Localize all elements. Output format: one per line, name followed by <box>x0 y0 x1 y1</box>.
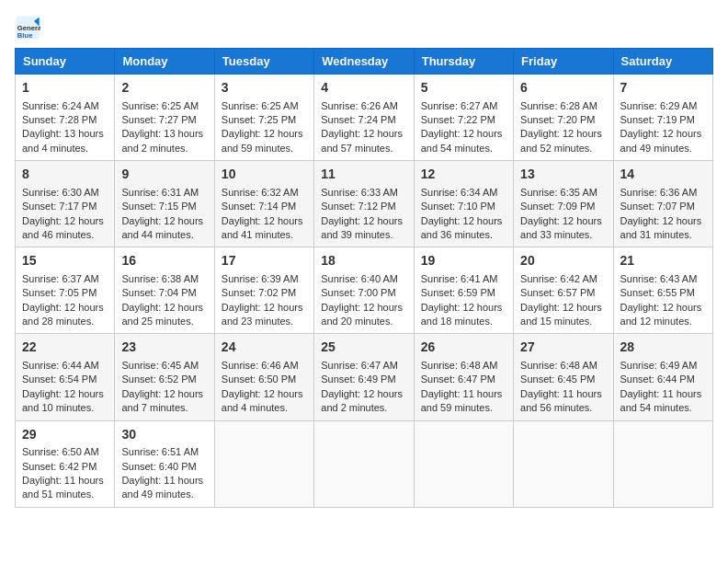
daylight: Daylight: 12 hours and 39 minutes. <box>321 215 403 240</box>
day-cell-20: 20Sunrise: 6:42 AMSunset: 6:57 PMDayligh… <box>514 247 613 334</box>
day-number: 21 <box>620 252 706 270</box>
daylight: Daylight: 13 hours and 2 minutes. <box>121 128 203 153</box>
logo: General Blue <box>15 15 44 40</box>
sunset: Sunset: 6:45 PM <box>520 373 595 385</box>
sunrise: Sunrise: 6:41 AM <box>421 273 498 284</box>
daylight: Daylight: 12 hours and 7 minutes. <box>121 388 203 413</box>
sunrise: Sunrise: 6:35 AM <box>520 187 597 198</box>
calendar-header: SundayMondayTuesdayWednesdayThursdayFrid… <box>16 49 713 75</box>
day-cell-27: 27Sunrise: 6:48 AMSunset: 6:45 PMDayligh… <box>514 334 613 420</box>
header-row: SundayMondayTuesdayWednesdayThursdayFrid… <box>16 49 713 75</box>
sunset: Sunset: 7:12 PM <box>321 201 395 212</box>
day-cell-12: 12Sunrise: 6:34 AMSunset: 7:10 PMDayligh… <box>414 161 513 247</box>
day-cell-11: 11Sunrise: 6:33 AMSunset: 7:12 PMDayligh… <box>314 161 414 247</box>
day-number: 5 <box>421 79 506 98</box>
sunset: Sunset: 6:47 PM <box>421 373 495 385</box>
day-cell-4: 4Sunrise: 6:26 AMSunset: 7:24 PMDaylight… <box>314 75 414 161</box>
header-day-saturday: Saturday <box>613 49 712 75</box>
week-row-5: 29Sunrise: 6:50 AMSunset: 6:42 PMDayligh… <box>16 420 713 507</box>
day-number: 14 <box>620 166 706 184</box>
day-number: 25 <box>321 339 406 357</box>
sunrise: Sunrise: 6:44 AM <box>22 360 99 371</box>
header-day-tuesday: Tuesday <box>214 49 313 75</box>
day-cell-29: 29Sunrise: 6:50 AMSunset: 6:42 PMDayligh… <box>16 420 115 507</box>
day-cell-26: 26Sunrise: 6:48 AMSunset: 6:47 PMDayligh… <box>414 334 513 420</box>
sunset: Sunset: 6:49 PM <box>321 373 395 385</box>
day-number: 4 <box>321 79 406 98</box>
daylight: Daylight: 12 hours and 49 minutes. <box>620 128 702 153</box>
sunset: Sunset: 6:57 PM <box>520 287 595 298</box>
page-header: General Blue <box>15 15 713 40</box>
sunrise: Sunrise: 6:30 AM <box>22 187 99 198</box>
sunrise: Sunrise: 6:25 AM <box>222 100 299 111</box>
sunset: Sunset: 7:15 PM <box>121 201 196 212</box>
sunrise: Sunrise: 6:39 AM <box>222 273 299 284</box>
sunrise: Sunrise: 6:49 AM <box>620 360 698 371</box>
day-number: 12 <box>421 166 506 184</box>
day-number: 18 <box>321 252 406 270</box>
day-cell-1: 1Sunrise: 6:24 AMSunset: 7:28 PMDaylight… <box>16 75 115 161</box>
daylight: Daylight: 12 hours and 52 minutes. <box>520 128 602 153</box>
sunrise: Sunrise: 6:48 AM <box>520 360 597 371</box>
day-number: 17 <box>222 252 307 270</box>
daylight: Daylight: 12 hours and 12 minutes. <box>620 302 702 327</box>
svg-text:Blue: Blue <box>17 31 33 40</box>
day-cell-24: 24Sunrise: 6:46 AMSunset: 6:50 PMDayligh… <box>214 334 313 420</box>
day-cell-30: 30Sunrise: 6:51 AMSunset: 6:40 PMDayligh… <box>115 420 214 507</box>
day-number: 20 <box>520 252 606 270</box>
daylight: Daylight: 12 hours and 20 minutes. <box>321 302 403 327</box>
sunset: Sunset: 7:05 PM <box>22 287 97 298</box>
empty-cell <box>414 420 513 507</box>
day-number: 30 <box>121 426 207 444</box>
daylight: Daylight: 11 hours and 49 minutes. <box>121 475 203 500</box>
week-row-2: 8Sunrise: 6:30 AMSunset: 7:17 PMDaylight… <box>16 161 713 247</box>
day-number: 1 <box>22 79 108 98</box>
sunrise: Sunrise: 6:27 AM <box>421 100 498 111</box>
day-cell-7: 7Sunrise: 6:29 AMSunset: 7:19 PMDaylight… <box>613 75 712 161</box>
daylight: Daylight: 12 hours and 41 minutes. <box>222 215 303 240</box>
sunrise: Sunrise: 6:31 AM <box>121 187 199 198</box>
week-row-4: 22Sunrise: 6:44 AMSunset: 6:54 PMDayligh… <box>16 334 713 420</box>
day-cell-2: 2Sunrise: 6:25 AMSunset: 7:27 PMDaylight… <box>115 75 214 161</box>
header-day-thursday: Thursday <box>414 49 513 75</box>
daylight: Daylight: 11 hours and 59 minutes. <box>421 388 503 413</box>
daylight: Daylight: 12 hours and 36 minutes. <box>421 215 503 240</box>
sunrise: Sunrise: 6:37 AM <box>22 273 99 284</box>
day-cell-3: 3Sunrise: 6:25 AMSunset: 7:25 PMDaylight… <box>214 75 313 161</box>
sunset: Sunset: 7:22 PM <box>421 114 495 125</box>
sunrise: Sunrise: 6:50 AM <box>22 446 99 457</box>
day-number: 26 <box>421 339 506 357</box>
daylight: Daylight: 12 hours and 33 minutes. <box>520 215 602 240</box>
calendar-table: SundayMondayTuesdayWednesdayThursdayFrid… <box>15 48 713 508</box>
day-cell-10: 10Sunrise: 6:32 AMSunset: 7:14 PMDayligh… <box>214 161 313 247</box>
week-row-1: 1Sunrise: 6:24 AMSunset: 7:28 PMDaylight… <box>16 75 713 161</box>
empty-cell <box>613 420 712 507</box>
sunset: Sunset: 6:59 PM <box>421 287 495 298</box>
day-cell-6: 6Sunrise: 6:28 AMSunset: 7:20 PMDaylight… <box>514 75 613 161</box>
day-number: 19 <box>421 252 506 270</box>
sunset: Sunset: 7:19 PM <box>620 114 695 125</box>
day-number: 24 <box>222 339 307 357</box>
day-cell-16: 16Sunrise: 6:38 AMSunset: 7:04 PMDayligh… <box>115 247 214 334</box>
header-day-sunday: Sunday <box>16 49 115 75</box>
daylight: Daylight: 12 hours and 44 minutes. <box>121 215 203 240</box>
sunrise: Sunrise: 6:32 AM <box>222 187 299 198</box>
calendar-body: 1Sunrise: 6:24 AMSunset: 7:28 PMDaylight… <box>16 75 713 508</box>
daylight: Daylight: 12 hours and 18 minutes. <box>421 302 503 327</box>
daylight: Daylight: 12 hours and 25 minutes. <box>121 302 203 327</box>
logo-icon: General Blue <box>15 15 40 40</box>
empty-cell <box>514 420 613 507</box>
sunset: Sunset: 7:02 PM <box>222 287 296 298</box>
sunrise: Sunrise: 6:48 AM <box>421 360 498 371</box>
daylight: Daylight: 11 hours and 51 minutes. <box>22 475 104 500</box>
sunset: Sunset: 7:17 PM <box>22 201 97 212</box>
day-number: 22 <box>22 339 108 357</box>
sunset: Sunset: 7:28 PM <box>22 114 97 125</box>
sunset: Sunset: 7:04 PM <box>121 287 196 298</box>
sunset: Sunset: 7:10 PM <box>421 201 495 212</box>
sunrise: Sunrise: 6:38 AM <box>121 273 199 284</box>
day-number: 27 <box>520 339 606 357</box>
day-number: 16 <box>121 252 207 270</box>
daylight: Daylight: 11 hours and 54 minutes. <box>620 388 702 413</box>
daylight: Daylight: 12 hours and 10 minutes. <box>22 388 104 413</box>
